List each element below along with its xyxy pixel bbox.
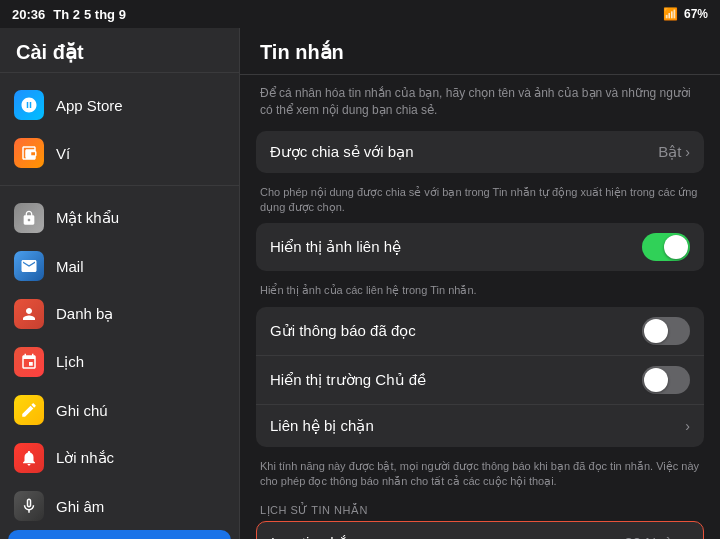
- status-bar-right: 📶 67%: [663, 7, 708, 21]
- contacts-label: Danh bạ: [56, 305, 225, 323]
- reminders-label: Lời nhắc: [56, 449, 225, 467]
- subject-field-row[interactable]: Hiển thị trường Chủ đề: [256, 356, 704, 405]
- sidebar-item-notes[interactable]: Ghi chú: [0, 386, 239, 434]
- toggle-thumb-3: [644, 368, 668, 392]
- main-layout: Cài đặt App Store Ví: [0, 28, 720, 539]
- keep-messages-label: Lưu tin nhắn: [271, 534, 624, 539]
- contact-photos-toggle[interactable]: [642, 233, 690, 261]
- wallet-label: Ví: [56, 145, 225, 162]
- shared-with-you-label: Được chia sẻ với bạn: [270, 143, 658, 161]
- battery-display: 67%: [684, 7, 708, 21]
- shared-with-you-row[interactable]: Được chia sẻ với bạn Bật ›: [256, 131, 704, 173]
- top-description: Để cá nhân hóa tin nhắn của bạn, hãy chọ…: [256, 75, 704, 131]
- sidebar-item-password[interactable]: Mật khẩu: [0, 194, 239, 242]
- keep-messages-value: 30 Ngày ›: [624, 534, 689, 539]
- wifi-icon: 📶: [663, 7, 678, 21]
- password-icon: [14, 203, 44, 233]
- toggle-thumb: [664, 235, 688, 259]
- voicememo-icon: [14, 491, 44, 521]
- blocked-chevron-icon: ›: [685, 418, 690, 434]
- password-label: Mật khẩu: [56, 209, 225, 227]
- sidebar-item-contacts[interactable]: Danh bạ: [0, 290, 239, 338]
- content-area: Tin nhắn Để cá nhân hóa tin nhắn của bạn…: [240, 28, 720, 539]
- voicememo-label: Ghi âm: [56, 498, 225, 515]
- sidebar-top-section: App Store Ví: [0, 73, 239, 185]
- sidebar-item-voicememo[interactable]: Ghi âm: [0, 482, 239, 530]
- keep-messages-chevron: ›: [684, 535, 689, 539]
- history-section-label: LỊCH SỬ TIN NHẮN: [256, 498, 704, 521]
- history-group: Lưu tin nhắn 30 Ngày ›: [256, 521, 704, 539]
- contact-photos-description: Hiển thị ảnh của các liên hệ trong Tin n…: [256, 279, 704, 306]
- content-body: Để cá nhân hóa tin nhắn của bạn, hãy chọ…: [240, 75, 720, 539]
- reminders-icon: [14, 443, 44, 473]
- appstore-icon: [14, 90, 44, 120]
- sidebar-item-wallet[interactable]: Ví: [0, 129, 239, 177]
- appstore-label: App Store: [56, 97, 225, 114]
- sidebar-item-mail[interactable]: Mail: [0, 242, 239, 290]
- sidebar-item-calendar[interactable]: Lịch: [0, 338, 239, 386]
- calendar-label: Lịch: [56, 353, 225, 371]
- keep-messages-row[interactable]: Lưu tin nhắn 30 Ngày ›: [257, 522, 703, 539]
- subject-field-toggle[interactable]: [642, 366, 690, 394]
- sidebar-item-reminders[interactable]: Lời nhắc: [0, 434, 239, 482]
- mail-label: Mail: [56, 258, 225, 275]
- sidebar-mid-section: Mật khẩu Mail Danh bạ Lịch: [0, 185, 239, 539]
- blocked-contacts-row[interactable]: Liên hệ bị chặn ›: [256, 405, 704, 447]
- toggle-thumb-2: [644, 319, 668, 343]
- contacts-icon: [14, 299, 44, 329]
- subject-field-label: Hiển thị trường Chủ đề: [270, 371, 642, 389]
- read-receipts-row[interactable]: Gửi thông báo đã đọc: [256, 307, 704, 356]
- blocked-contacts-label: Liên hệ bị chặn: [270, 417, 685, 435]
- chevron-icon: ›: [685, 144, 690, 160]
- day-display: Th 2: [53, 7, 80, 22]
- read-receipts-label: Gửi thông báo đã đọc: [270, 322, 642, 340]
- shared-description: Cho phép nội dung được chia sẻ với bạn t…: [256, 181, 704, 224]
- time-display: 20:36: [12, 7, 45, 22]
- status-bar: 20:36 Th 2 5 thg 9 📶 67%: [0, 0, 720, 28]
- wallet-icon: [14, 138, 44, 168]
- notifications-group: Gửi thông báo đã đọc Hiển thị trường Chủ…: [256, 307, 704, 447]
- contact-photos-row[interactable]: Hiển thị ảnh liên hệ: [256, 223, 704, 271]
- content-title: Tin nhắn: [240, 28, 720, 75]
- contact-photos-label: Hiển thị ảnh liên hệ: [270, 238, 642, 256]
- contact-photos-group: Hiển thị ảnh liên hệ: [256, 223, 704, 271]
- sidebar: Cài đặt App Store Ví: [0, 28, 240, 539]
- notes-label: Ghi chú: [56, 402, 225, 419]
- sidebar-title: Cài đặt: [0, 28, 239, 73]
- sidebar-item-messages[interactable]: Tin nhắn: [8, 530, 231, 539]
- mail-icon: [14, 251, 44, 281]
- shared-with-you-value: Bật ›: [658, 143, 690, 161]
- sidebar-item-appstore[interactable]: App Store: [0, 81, 239, 129]
- notifications-description: Khi tính năng này được bật, mọi người đư…: [256, 455, 704, 498]
- read-receipts-toggle[interactable]: [642, 317, 690, 345]
- shared-group: Được chia sẻ với bạn Bật ›: [256, 131, 704, 173]
- date-display: 5 thg 9: [84, 7, 126, 22]
- notes-icon: [14, 395, 44, 425]
- status-bar-left: 20:36 Th 2 5 thg 9: [12, 7, 126, 22]
- calendar-icon: [14, 347, 44, 377]
